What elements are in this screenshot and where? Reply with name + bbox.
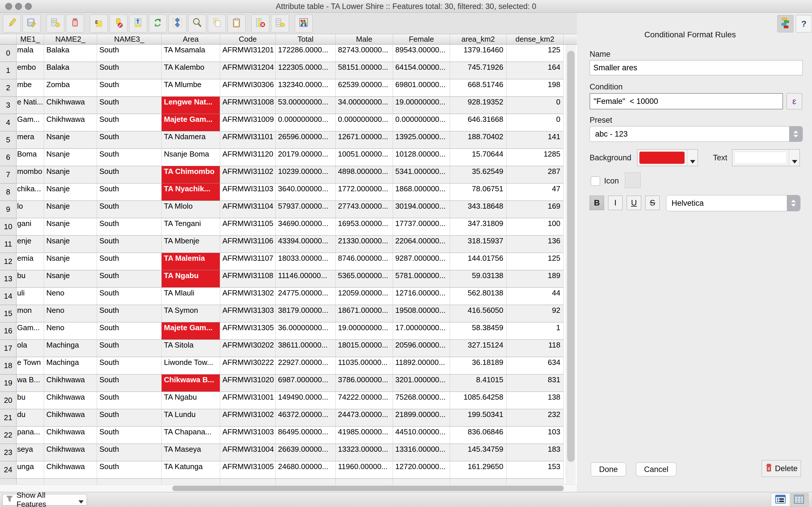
cell[interactable]: 347.31809	[450, 218, 506, 235]
table-row[interactable]: 3 e Nati... Chikhwawa South Lengwe Nat..…	[0, 97, 564, 114]
row-number[interactable]: 21	[0, 409, 16, 426]
done-button[interactable]: Done	[591, 462, 626, 476]
font-stepper[interactable]	[787, 195, 800, 211]
cell[interactable]: 3640.000000...	[276, 183, 336, 201]
cell[interactable]: 86495.00000...	[276, 427, 336, 444]
cell[interactable]: 3201.000000...	[393, 375, 450, 392]
cell[interactable]: 58.38459	[450, 322, 506, 339]
icon-checkbox[interactable]	[591, 176, 600, 186]
cell[interactable]: 141	[506, 131, 564, 149]
cell[interactable]: 1772.000000...	[336, 183, 393, 201]
cell[interactable]: South	[97, 218, 162, 235]
cell[interactable]: AFRMWI31201	[220, 45, 276, 62]
cell[interactable]: Chikwawa B...	[162, 375, 220, 392]
cell[interactable]: 69801.00000...	[393, 79, 450, 96]
cell[interactable]	[162, 478, 220, 485]
cell[interactable]: 12720.00000...	[393, 461, 450, 478]
cell[interactable]: 118	[506, 340, 564, 357]
row-number[interactable]: 15	[0, 305, 16, 322]
preset-select[interactable]: abc - 123	[590, 126, 803, 142]
cell[interactable]: Chikhwawa	[44, 392, 97, 409]
conditional-formatting-toggle-button[interactable]	[777, 15, 794, 33]
cell[interactable]: South	[97, 253, 162, 270]
cell[interactable]: TA Mlauli	[162, 288, 220, 305]
cell[interactable]: TA Lundu	[162, 409, 220, 426]
cell[interactable]: lo	[16, 201, 44, 218]
cell[interactable]: 1379.16460	[450, 45, 506, 62]
cell[interactable]: 20596.00000...	[393, 340, 450, 357]
underline-button[interactable]: U	[627, 195, 641, 210]
cell[interactable]: Nsanje	[44, 201, 97, 218]
cell[interactable]: Neno	[44, 305, 97, 322]
cell[interactable]: 18015.00000...	[336, 340, 393, 357]
cell[interactable]: 5365.000000...	[336, 270, 393, 287]
cell[interactable]: 58151.00000...	[336, 62, 393, 79]
cell[interactable]: 928.19352	[450, 97, 506, 114]
table-row[interactable]: 20 bu Chikhwawa South TA Ngabu AFRMWI310…	[0, 392, 564, 409]
strikethrough-button[interactable]: S	[645, 195, 660, 210]
cell[interactable]: unga	[16, 461, 44, 478]
cell[interactable]: South	[97, 235, 162, 252]
row-number[interactable]: 8	[0, 183, 16, 201]
cell[interactable]	[336, 478, 393, 485]
cell[interactable]: 26596.00000...	[276, 131, 336, 149]
cell[interactable]: 13925.00000...	[393, 131, 450, 149]
cell[interactable]: TA Tengani	[162, 218, 220, 235]
cell[interactable]: Majete Gam...	[162, 322, 220, 339]
cell[interactable]: 10128.00000...	[393, 149, 450, 166]
cell[interactable]: 53.00000000...	[276, 97, 336, 114]
cell[interactable]: 16953.00000...	[336, 218, 393, 235]
cell[interactable]: Majete Gam...	[162, 114, 220, 131]
cell[interactable]: Nsanje	[44, 235, 97, 252]
cell[interactable]: AFRMWI30306	[220, 79, 276, 96]
cell[interactable]: bu	[16, 392, 44, 409]
cell[interactable]: 12059.00000...	[336, 288, 393, 305]
cell[interactable]: TA Katunga	[162, 461, 220, 478]
cell[interactable]: 198	[506, 79, 564, 96]
deselect-all-button[interactable]	[109, 14, 128, 33]
cell[interactable]: South	[97, 375, 162, 392]
new-column-button[interactable]	[271, 14, 289, 33]
cell[interactable]: 24473.00000...	[336, 409, 393, 426]
select-by-expression-button[interactable]: ε	[90, 14, 108, 33]
cell[interactable]: gani	[16, 218, 44, 235]
table-row[interactable]: 6 Boma Nsanje South Nsanje Boma AFRMWI31…	[0, 149, 564, 166]
column-header-area-km2[interactable]: area_km2	[450, 34, 506, 44]
cell[interactable]: 22064.00000...	[393, 235, 450, 252]
cell[interactable]: 668.51746	[450, 79, 506, 96]
row-number[interactable]: 11	[0, 235, 16, 252]
cell[interactable]: 634	[506, 357, 564, 374]
cell[interactable]: 44510.00000...	[393, 427, 450, 444]
cell[interactable]: 0	[506, 114, 564, 131]
cell[interactable]: AFRMWI31001	[220, 392, 276, 409]
cell[interactable]: 1868.000000...	[393, 183, 450, 201]
cell[interactable]: 10051.00000...	[336, 149, 393, 166]
cell[interactable]: 188.70402	[450, 131, 506, 149]
column-header-male[interactable]: Male	[336, 34, 393, 44]
cell[interactable]: TA Chapana...	[162, 427, 220, 444]
cell[interactable]: 19.00000000...	[336, 322, 393, 339]
cell[interactable]: TA Symon	[162, 305, 220, 322]
cell[interactable]: bu	[16, 270, 44, 287]
row-number[interactable]: 14	[0, 288, 16, 305]
cell[interactable]: 9287.000000...	[393, 253, 450, 270]
cell[interactable]: Chikhwawa	[44, 97, 97, 114]
table-row[interactable]: 0 mala Balaka South TA Msamala AFRMWI312…	[0, 45, 564, 62]
cell[interactable]: 12716.00000...	[393, 288, 450, 305]
cell[interactable]: Nsanje	[44, 183, 97, 201]
cell[interactable]: AFRMWI31103	[220, 183, 276, 201]
text-color-picker[interactable]	[732, 149, 800, 166]
text-color-swatch[interactable]	[734, 152, 786, 164]
cell[interactable]: 26639.00000...	[276, 444, 336, 461]
table-row[interactable]: 7 mombo Nsanje South TA Chimombo AFRMWI3…	[0, 166, 564, 183]
cell[interactable]: 8746.000000...	[336, 253, 393, 270]
cell[interactable]: 89543.00000...	[393, 45, 450, 62]
cell[interactable]: 199.50341	[450, 409, 506, 426]
cell[interactable]: AFRMWI31009	[220, 114, 276, 131]
table-row[interactable]: 4 Gam... Chikhwawa South Majete Gam... A…	[0, 114, 564, 131]
table-row[interactable]: 16 Gam... Neno South Majete Gam... AFRMW…	[0, 322, 564, 340]
cell[interactable]: Chikhwawa	[44, 444, 97, 461]
italic-button[interactable]: I	[608, 195, 623, 210]
cell[interactable]: 125	[506, 45, 564, 62]
cell[interactable]: Nsanje	[44, 218, 97, 235]
